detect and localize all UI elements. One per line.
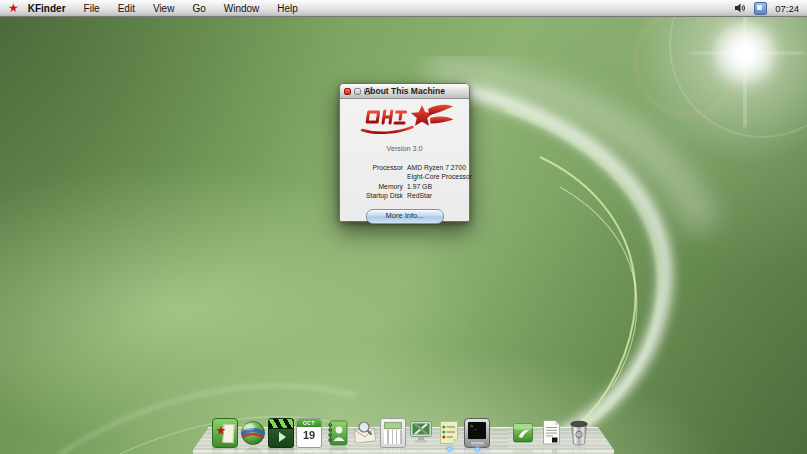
dock-icon-terminal[interactable]: >_ — [464, 418, 490, 448]
running-indicator-terminal — [475, 447, 480, 451]
dock-icon-text-editor[interactable] — [538, 418, 564, 448]
window-titlebar[interactable]: About This Machine — [340, 84, 469, 99]
dock-icon-system-utilities[interactable] — [408, 418, 434, 448]
dock: ★ OCT 19 — [212, 416, 592, 448]
red-star-menu-icon[interactable]: ★ — [0, 0, 28, 17]
calendar-month: OCT — [297, 419, 321, 427]
green-package-icon — [510, 418, 536, 448]
spec-value: AMD Ryzen 7 2700 — [407, 163, 472, 172]
calculator-keys — [384, 430, 402, 444]
text-document-icon — [538, 418, 564, 448]
dock-icon-web-browser[interactable] — [240, 418, 266, 448]
red-star-icon: ★ — [216, 425, 226, 436]
globe-icon — [240, 418, 266, 448]
play-icon — [279, 432, 286, 442]
calculator-display — [384, 422, 402, 429]
menu-window[interactable]: Window — [215, 0, 269, 17]
spec-value: Eight-Core Processor — [407, 172, 472, 181]
volume-icon[interactable] — [734, 3, 747, 13]
terminal-base — [471, 442, 484, 446]
machine-specs: Processor AMD Ryzen 7 2700 Eight-Core Pr… — [340, 163, 469, 201]
os-version: Version 3.0 — [340, 144, 469, 153]
menu-file[interactable]: File — [75, 0, 109, 17]
menu-go[interactable]: Go — [183, 0, 214, 17]
spec-value: 1.97 GB — [407, 182, 472, 191]
more-info-button[interactable]: More Info... — [366, 209, 444, 224]
menu-kfinder[interactable]: KFinder — [28, 0, 75, 17]
dock-icon-kfinder[interactable]: ★ — [212, 418, 238, 448]
terminal-screen: >_ — [468, 422, 486, 439]
dock-icon-calendar[interactable]: OCT 19 — [296, 418, 322, 448]
utilities-monitor-icon — [408, 418, 434, 448]
dock-shelf-front — [193, 450, 614, 454]
dock-icon-calculator[interactable] — [380, 418, 406, 448]
menu-edit[interactable]: Edit — [109, 0, 144, 17]
dock-icon-trash[interactable] — [566, 418, 592, 448]
about-window-content: Version 3.0 Processor AMD Ryzen 7 2700 E… — [340, 99, 469, 224]
menubar-clock[interactable]: 07:24 — [774, 3, 799, 14]
trash-can-icon — [566, 418, 592, 448]
mail-search-icon — [352, 418, 378, 448]
redstar-logo — [356, 102, 454, 140]
about-this-machine-window: About This Machine Version 3.0 Processor — [339, 83, 470, 222]
spec-label: Memory — [340, 182, 403, 191]
menu-bar: ★ KFinder File Edit View Go Window Help … — [0, 0, 807, 17]
spec-label: Startup Disk — [340, 191, 403, 200]
dock-separator — [492, 428, 508, 448]
dock-icon-address-book[interactable] — [324, 418, 350, 448]
notes-checklist-icon — [436, 418, 462, 448]
spec-value: RedStar — [407, 191, 472, 200]
window-title: About This Machine — [340, 85, 469, 98]
spec-label — [340, 172, 403, 181]
desktop-screen: ★ KFinder File Edit View Go Window Help … — [0, 0, 807, 454]
dock-icon-movies[interactable] — [268, 418, 294, 448]
menu-help[interactable]: Help — [268, 0, 307, 17]
input-method-icon[interactable] — [754, 2, 767, 15]
clapperboard-stripes — [269, 419, 293, 429]
dock-icon-mail-search[interactable] — [352, 418, 378, 448]
dock-icon-notes[interactable] — [436, 418, 462, 448]
dock-icon-software-installer[interactable] — [510, 418, 536, 448]
spec-label: Processor — [340, 163, 403, 172]
calendar-day: 19 — [297, 427, 321, 443]
running-indicator-notes — [447, 447, 452, 451]
address-book-icon — [324, 418, 350, 448]
menu-view[interactable]: View — [144, 0, 184, 17]
